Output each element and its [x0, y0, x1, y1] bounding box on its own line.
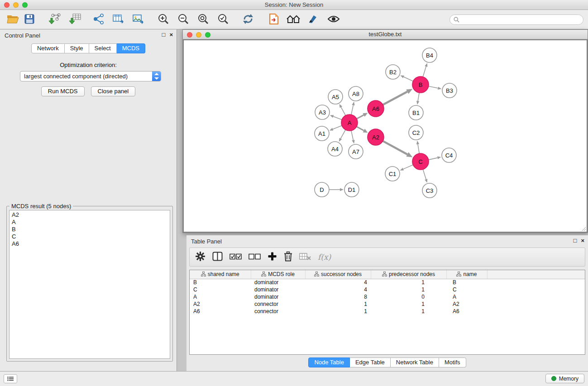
cell[interactable]: 1 — [371, 286, 446, 293]
mcds-result-item[interactable]: A2 — [10, 211, 170, 219]
criterion-dropdown[interactable]: largest connected component (directed) — [20, 71, 161, 81]
edge-A2-C[interactable] — [383, 141, 407, 155]
edge-A-A1[interactable] — [333, 126, 342, 129]
table-float-panel-icon[interactable]: □ — [574, 237, 577, 244]
edge-A-A7[interactable] — [351, 131, 354, 140]
tab-network[interactable]: Network — [31, 43, 65, 53]
zoom-in-button[interactable] — [156, 12, 171, 27]
minimize-window-icon[interactable] — [13, 2, 19, 8]
tab-node-table[interactable]: Node Table — [308, 357, 350, 367]
cell[interactable]: B — [190, 279, 251, 286]
network-arrows-button[interactable] — [91, 12, 106, 27]
column-layout-button[interactable] — [212, 252, 223, 262]
cell[interactable]: connector — [251, 308, 305, 315]
network-window-titlebar[interactable]: testGlobe.txt — [183, 30, 588, 39]
mcds-result-item[interactable]: C — [10, 233, 170, 240]
cell[interactable]: A — [190, 293, 251, 300]
table-row[interactable]: Cdominator41C — [190, 286, 585, 293]
close-panel-button[interactable]: Close panel — [91, 86, 136, 96]
zoom-actual-button[interactable] — [196, 12, 211, 27]
select-all-checks-button[interactable] — [229, 253, 242, 261]
tab-motifs[interactable]: Motifs — [439, 357, 466, 367]
column-header-MCDS-role[interactable]: MCDS role — [251, 270, 305, 279]
column-header-predecessor-nodes[interactable]: predecessor nodes — [371, 270, 446, 279]
edge-A-A8[interactable] — [351, 105, 354, 114]
tab-network-table[interactable]: Network Table — [391, 357, 439, 367]
edge-A-A5[interactable] — [341, 107, 345, 115]
edge-C-C3[interactable] — [423, 169, 426, 179]
import-table-button[interactable] — [67, 12, 83, 27]
import-network-button[interactable] — [47, 12, 62, 27]
function-builder-button[interactable]: f(x) — [318, 253, 331, 262]
close-window-icon[interactable] — [4, 2, 10, 8]
search-box[interactable] — [449, 14, 583, 25]
edge-A-A4[interactable] — [341, 130, 346, 138]
cell[interactable]: A2 — [446, 300, 487, 308]
deselect-all-boxes-button[interactable] — [249, 253, 261, 261]
document-arrow-button[interactable] — [266, 12, 282, 27]
column-header-name[interactable]: name — [446, 270, 487, 279]
settings-gear-button[interactable] — [195, 251, 206, 263]
edge-A-A3[interactable] — [333, 116, 342, 119]
edge-C-C1[interactable] — [403, 165, 413, 169]
cell[interactable]: A — [446, 293, 487, 300]
tab-style[interactable]: Style — [65, 43, 89, 53]
mcds-result-item[interactable]: A — [10, 219, 170, 226]
network-graph[interactable]: B4B2BB3A5A8A6A3B1AC2A1A2A4A7C4CC1C3DD1 — [184, 40, 588, 234]
tab-mcds[interactable]: MCDS — [117, 43, 145, 53]
network-canvas[interactable]: B4B2BB3A5A8A6A3B1AC2A1A2A4A7C4CC1C3DD1 — [183, 39, 588, 233]
cell[interactable]: B — [446, 279, 487, 286]
cell[interactable]: 1 — [305, 308, 371, 315]
cell[interactable]: 8 — [305, 293, 371, 300]
table-row[interactable]: Bdominator41B — [190, 279, 585, 286]
add-row-plus-button[interactable] — [268, 252, 277, 262]
cell[interactable]: C — [190, 286, 251, 293]
cell[interactable]: dominator — [251, 279, 305, 286]
cell[interactable]: A2 — [190, 300, 251, 308]
mcds-result-item[interactable]: B — [10, 226, 170, 233]
cell[interactable]: connector — [251, 300, 305, 308]
memory-button[interactable]: Memory — [545, 374, 584, 383]
edge-A-A2[interactable] — [357, 127, 364, 131]
table-row[interactable]: A2connector11A2 — [190, 300, 585, 308]
edge-A-A6[interactable] — [357, 115, 364, 119]
delete-column-grid-button[interactable] — [299, 253, 311, 262]
edge-A6-B[interactable] — [383, 92, 407, 105]
cell[interactable]: dominator — [251, 286, 305, 293]
mcds-result-item[interactable]: A6 — [10, 240, 170, 248]
network-zoom-icon[interactable] — [205, 32, 210, 38]
network-minimize-icon[interactable] — [196, 32, 201, 38]
edge-C-C2[interactable] — [418, 144, 419, 154]
mcds-result-list[interactable]: A2ABCA6 — [9, 210, 170, 359]
delete-row-trash-button[interactable] — [284, 251, 292, 263]
image-export-button[interactable] — [130, 12, 146, 27]
edge-B-B4[interactable] — [423, 67, 426, 77]
run-mcds-button[interactable]: Run MCDS — [41, 86, 85, 96]
edge-B-B3[interactable] — [429, 86, 438, 88]
tab-select[interactable]: Select — [89, 43, 117, 53]
cell[interactable]: 4 — [305, 286, 371, 293]
cell[interactable]: dominator — [251, 293, 305, 300]
cell[interactable]: 1 — [371, 300, 446, 308]
table-export-button[interactable] — [110, 12, 126, 27]
cell[interactable]: C — [446, 286, 487, 293]
resize-handle-icon[interactable] — [581, 226, 586, 231]
edge-B-B2[interactable] — [404, 77, 413, 81]
open-folder-button[interactable] — [5, 12, 20, 27]
edge-B-B1[interactable] — [418, 93, 419, 101]
cell[interactable]: 1 — [371, 279, 446, 286]
cell[interactable]: A6 — [190, 308, 251, 315]
cell[interactable]: 1 — [305, 300, 371, 308]
column-header-successor-nodes[interactable]: successor nodes — [305, 270, 371, 279]
close-panel-icon[interactable]: × — [169, 31, 173, 38]
task-history-button[interactable] — [4, 374, 17, 383]
zoom-window-icon[interactable] — [22, 2, 28, 8]
zoom-out-button[interactable] — [176, 12, 191, 27]
float-panel-icon[interactable]: □ — [162, 31, 166, 38]
table-close-panel-icon[interactable]: × — [581, 237, 584, 244]
cell[interactable]: 1 — [371, 308, 446, 315]
zoom-fit-selected-button[interactable] — [215, 12, 231, 27]
network-close-icon[interactable] — [187, 32, 192, 38]
refresh-button[interactable] — [240, 12, 256, 27]
node-table-wrap[interactable]: shared nameMCDS rolesuccessor nodesprede… — [189, 270, 585, 355]
